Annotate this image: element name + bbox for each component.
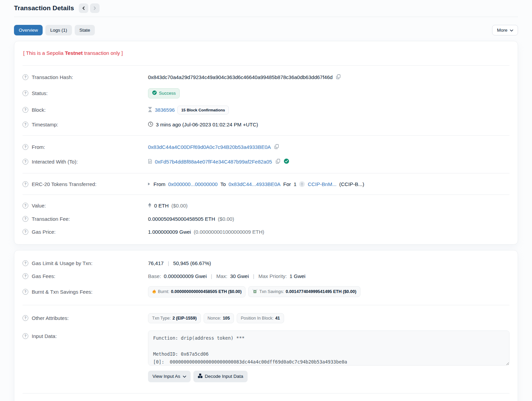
erc20-to-address-link[interactable]: 0x83dC44...4933BE0A xyxy=(228,181,281,187)
decode-input-data-label: Decode Input Data xyxy=(205,374,243,379)
help-icon[interactable]: ? xyxy=(23,229,28,235)
row-from: ? From: 0x83dC44a4C00DFf69d0A0c7c94B20b5… xyxy=(23,140,509,154)
tab-overview[interactable]: Overview xyxy=(14,25,43,35)
help-icon[interactable]: ? xyxy=(23,289,28,295)
copy-to-button[interactable] xyxy=(275,158,281,166)
transaction-fee-label: Transaction Fee: xyxy=(32,216,70,222)
details-card: ? Gas Limit & Usage by Txn: 76,417 | 50,… xyxy=(14,250,518,401)
row-timestamp: ? Timestamp: 3 mins ago (Jul-06-2023 01:… xyxy=(23,118,509,131)
to-address-link[interactable]: 0xFd57b4ddBf88a4e07fF4e34C487b99af2Fe82a… xyxy=(155,159,272,165)
copy-icon xyxy=(276,159,280,165)
blocks-icon xyxy=(198,373,203,379)
erc20-to-label: To xyxy=(220,181,226,187)
value-amount: 0 ETH xyxy=(154,203,169,209)
status-badge-label: Success xyxy=(159,91,176,96)
position-in-block-value: 41 xyxy=(275,316,280,321)
testnet-warning: [ This is a Sepolia Testnet transaction … xyxy=(23,47,509,61)
row-gas-fees: ? Gas Fees: Base: 0.000000009 Gwei | Max… xyxy=(23,269,509,282)
erc20-from-label: From xyxy=(153,181,165,187)
divider xyxy=(23,65,509,66)
help-icon[interactable]: ? xyxy=(23,181,28,187)
transaction-hash-label: Transaction Hash: xyxy=(32,74,73,80)
fire-icon xyxy=(152,289,156,295)
divider xyxy=(23,173,509,173)
copy-hash-button[interactable] xyxy=(335,74,341,81)
help-icon[interactable]: ? xyxy=(23,159,28,165)
erc20-from-address-link[interactable]: 0x000000...00000000 xyxy=(168,181,218,187)
nonce-value: 105 xyxy=(223,316,230,321)
copy-from-button[interactable] xyxy=(274,143,280,151)
txn-savings-label: Txn Savings: xyxy=(259,289,284,294)
row-interacted-with: ? Interacted With (To): 0xFd57b4ddBf88a4… xyxy=(23,154,509,169)
tab-logs[interactable]: Logs (1) xyxy=(45,25,72,35)
eth-icon xyxy=(148,203,151,209)
help-icon[interactable]: ? xyxy=(23,315,28,321)
chevron-down-icon xyxy=(510,28,513,33)
chevron-left-icon xyxy=(82,6,85,10)
overview-card: [ This is a Sepolia Testnet transaction … xyxy=(14,41,518,245)
row-other-attributes: ? Other Attributes: Txn Type: 2 (EIP-155… xyxy=(23,309,509,327)
txn-type-chip: Txn Type: 2 (EIP-1559) xyxy=(148,313,201,323)
help-icon[interactable]: ? xyxy=(23,74,28,80)
help-icon[interactable]: ? xyxy=(23,333,28,339)
timestamp-label: Timestamp: xyxy=(32,122,58,127)
txn-nav xyxy=(79,3,100,13)
row-gas-price: ? Gas Price: 1.000000009 Gwei (0.0000000… xyxy=(23,225,509,238)
burnt-label: Burnt: xyxy=(158,289,169,294)
token-name-link[interactable]: CCIP-BnM... xyxy=(308,181,336,187)
value-label: Value: xyxy=(32,203,46,209)
block-confirmations-badge: 15 Block Confirmations xyxy=(177,106,228,114)
input-data-textarea[interactable]: Function: drip(address token) *** Method… xyxy=(148,330,509,366)
divider xyxy=(23,135,509,136)
help-icon[interactable]: ? xyxy=(23,144,28,150)
block-number-link[interactable]: 3836596 xyxy=(155,107,175,113)
divider xyxy=(23,305,509,305)
help-icon[interactable]: ? xyxy=(23,107,28,113)
max-priority-fee-value: 1 Gwei xyxy=(290,273,306,279)
previous-txn-button[interactable] xyxy=(79,3,88,13)
help-icon[interactable]: ? xyxy=(23,90,28,96)
divider xyxy=(23,393,509,394)
txn-type-label: Txn Type: xyxy=(152,316,171,321)
more-button[interactable]: More xyxy=(492,25,518,35)
base-fee-value: 0.000000009 Gwei xyxy=(164,273,207,279)
help-icon[interactable]: ? xyxy=(23,203,28,209)
separator: | xyxy=(166,260,171,266)
contract-file-icon xyxy=(148,159,152,165)
transaction-fee-value: 0.000050945000458505 ETH xyxy=(148,216,215,222)
help-icon[interactable]: ? xyxy=(23,122,28,127)
row-erc20-transfers: ? ERC-20 Tokens Transferred: From 0x0000… xyxy=(23,178,509,190)
hourglass-icon xyxy=(148,107,152,113)
testnet-warning-emphasis: Testnet xyxy=(65,50,83,56)
row-gas-limit: ? Gas Limit & Usage by Txn: 76,417 | 50,… xyxy=(23,257,509,269)
tab-state[interactable]: State xyxy=(75,25,95,35)
status-label: Status: xyxy=(32,90,48,96)
transaction-hash-value: 0x843dc70a4a29d79234c49a904c363d6c46640a… xyxy=(148,74,332,80)
row-transaction-fee: ? Transaction Fee: 0.000050945000458505 … xyxy=(23,212,509,225)
page-header: Transaction Details xyxy=(14,0,518,17)
gas-price-label: Gas Price: xyxy=(32,229,56,235)
row-block: ? Block: 3836596 15 Block Confirmations xyxy=(23,102,509,118)
erc20-amount: 1 xyxy=(294,181,296,187)
other-attributes-label: Other Attributes: xyxy=(32,315,69,321)
burnt-fees-chip: Burnt: 0.000000000000458505 ETH ($0.00) xyxy=(148,286,246,297)
tabs: Overview Logs (1) State xyxy=(14,25,95,35)
expand-triangle-icon[interactable] xyxy=(148,183,150,185)
token-symbol: (CCIP-B...) xyxy=(339,181,364,187)
value-usd: ($0.00) xyxy=(172,203,188,209)
max-priority-fee-label: Max Priority: xyxy=(258,273,287,279)
from-address-link[interactable]: 0x83dC44a4C00DFf69d0A0c7c94B20b53a4933BE… xyxy=(148,144,271,150)
decode-input-data-button[interactable]: Decode Input Data xyxy=(193,371,248,382)
base-fee-label: Base: xyxy=(148,273,161,279)
help-icon[interactable]: ? xyxy=(23,260,28,266)
gas-fees-label: Gas Fees: xyxy=(32,273,55,279)
status-badge: Success xyxy=(148,88,180,98)
help-icon[interactable]: ? xyxy=(23,216,28,222)
erc20-for-label: For xyxy=(283,181,291,187)
help-icon[interactable]: ? xyxy=(23,273,28,279)
clock-icon xyxy=(148,122,153,128)
token-icon xyxy=(299,181,305,187)
row-value: ? Value: 0 ETH ($0.00) xyxy=(23,199,509,212)
from-label: From: xyxy=(32,144,45,150)
view-input-as-button[interactable]: View Input As xyxy=(148,371,191,382)
